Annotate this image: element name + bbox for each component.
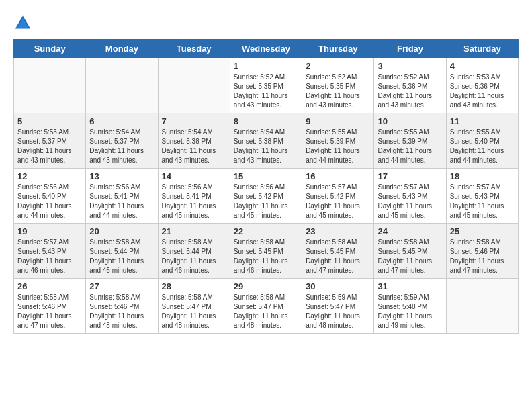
- day-number: 24: [378, 226, 442, 236]
- day-info: Sunrise: 5:59 AM Sunset: 5:47 PM Dayligh…: [306, 293, 370, 330]
- days-header-row: SundayMondayTuesdayWednesdayThursdayFrid…: [14, 40, 519, 58]
- day-info: Sunrise: 5:57 AM Sunset: 5:43 PM Dayligh…: [450, 183, 515, 220]
- day-header-thursday: Thursday: [302, 40, 374, 58]
- day-info: Sunrise: 5:58 AM Sunset: 5:45 PM Dayligh…: [234, 238, 298, 275]
- calendar-cell: 8Sunrise: 5:54 AM Sunset: 5:38 PM Daylig…: [230, 113, 302, 169]
- day-number: 4: [450, 61, 515, 71]
- day-number: 17: [378, 171, 442, 181]
- day-info: Sunrise: 5:52 AM Sunset: 5:36 PM Dayligh…: [378, 73, 442, 110]
- day-header-saturday: Saturday: [446, 40, 518, 58]
- day-number: 27: [89, 281, 154, 291]
- day-number: 25: [450, 226, 515, 236]
- calendar-cell: [86, 58, 158, 113]
- day-info: Sunrise: 5:54 AM Sunset: 5:38 PM Dayligh…: [162, 128, 226, 165]
- day-number: 23: [306, 226, 370, 236]
- calendar-cell: [158, 58, 230, 113]
- day-number: 1: [234, 61, 298, 71]
- day-number: 6: [89, 116, 154, 126]
- calendar-cell: 19Sunrise: 5:57 AM Sunset: 5:43 PM Dayli…: [14, 224, 86, 279]
- day-info: Sunrise: 5:58 AM Sunset: 5:47 PM Dayligh…: [234, 293, 298, 330]
- calendar-cell: 4Sunrise: 5:53 AM Sunset: 5:36 PM Daylig…: [446, 58, 518, 113]
- day-info: Sunrise: 5:57 AM Sunset: 5:42 PM Dayligh…: [306, 183, 370, 220]
- calendar-cell: 16Sunrise: 5:57 AM Sunset: 5:42 PM Dayli…: [302, 169, 374, 224]
- day-info: Sunrise: 5:58 AM Sunset: 5:47 PM Dayligh…: [162, 293, 226, 330]
- day-info: Sunrise: 5:58 AM Sunset: 5:44 PM Dayligh…: [162, 238, 226, 275]
- calendar-cell: 28Sunrise: 5:58 AM Sunset: 5:47 PM Dayli…: [158, 279, 230, 334]
- day-number: 9: [306, 116, 370, 126]
- day-number: 7: [162, 116, 226, 126]
- calendar-cell: 24Sunrise: 5:58 AM Sunset: 5:45 PM Dayli…: [374, 224, 446, 279]
- calendar-cell: 9Sunrise: 5:55 AM Sunset: 5:39 PM Daylig…: [302, 113, 374, 169]
- day-number: 2: [306, 61, 370, 71]
- day-info: Sunrise: 5:56 AM Sunset: 5:41 PM Dayligh…: [89, 183, 154, 220]
- calendar-cell: 30Sunrise: 5:59 AM Sunset: 5:47 PM Dayli…: [302, 279, 374, 334]
- page-header: [13, 13, 519, 32]
- day-number: 14: [162, 171, 226, 181]
- calendar-cell: 2Sunrise: 5:52 AM Sunset: 5:35 PM Daylig…: [302, 58, 374, 113]
- day-number: 30: [306, 281, 370, 291]
- day-info: Sunrise: 5:55 AM Sunset: 5:40 PM Dayligh…: [450, 128, 515, 165]
- week-row-3: 12Sunrise: 5:56 AM Sunset: 5:40 PM Dayli…: [14, 169, 519, 224]
- week-row-2: 5Sunrise: 5:53 AM Sunset: 5:37 PM Daylig…: [14, 113, 519, 169]
- day-number: 26: [17, 281, 82, 291]
- day-info: Sunrise: 5:58 AM Sunset: 5:46 PM Dayligh…: [17, 293, 82, 330]
- calendar-cell: 6Sunrise: 5:54 AM Sunset: 5:37 PM Daylig…: [86, 113, 158, 169]
- calendar-table: SundayMondayTuesdayWednesdayThursdayFrid…: [13, 39, 519, 334]
- day-info: Sunrise: 5:58 AM Sunset: 5:44 PM Dayligh…: [89, 238, 154, 275]
- calendar-cell: 11Sunrise: 5:55 AM Sunset: 5:40 PM Dayli…: [446, 113, 518, 169]
- calendar-cell: 13Sunrise: 5:56 AM Sunset: 5:41 PM Dayli…: [86, 169, 158, 224]
- day-number: 28: [162, 281, 226, 291]
- calendar-cell: 18Sunrise: 5:57 AM Sunset: 5:43 PM Dayli…: [446, 169, 518, 224]
- day-number: 15: [234, 171, 298, 181]
- day-info: Sunrise: 5:52 AM Sunset: 5:35 PM Dayligh…: [234, 73, 298, 110]
- calendar-cell: 21Sunrise: 5:58 AM Sunset: 5:44 PM Dayli…: [158, 224, 230, 279]
- calendar-cell: 7Sunrise: 5:54 AM Sunset: 5:38 PM Daylig…: [158, 113, 230, 169]
- day-info: Sunrise: 5:55 AM Sunset: 5:39 PM Dayligh…: [306, 128, 370, 165]
- day-number: 19: [17, 226, 82, 236]
- day-info: Sunrise: 5:55 AM Sunset: 5:39 PM Dayligh…: [378, 128, 442, 165]
- day-number: 3: [378, 61, 442, 71]
- day-info: Sunrise: 5:57 AM Sunset: 5:43 PM Dayligh…: [378, 183, 442, 220]
- day-header-wednesday: Wednesday: [230, 40, 302, 58]
- day-info: Sunrise: 5:56 AM Sunset: 5:40 PM Dayligh…: [17, 183, 82, 220]
- calendar-cell: 25Sunrise: 5:58 AM Sunset: 5:46 PM Dayli…: [446, 224, 518, 279]
- week-row-1: 1Sunrise: 5:52 AM Sunset: 5:35 PM Daylig…: [14, 58, 519, 113]
- day-info: Sunrise: 5:58 AM Sunset: 5:46 PM Dayligh…: [89, 293, 154, 330]
- day-header-tuesday: Tuesday: [158, 40, 230, 58]
- day-number: 13: [89, 171, 154, 181]
- day-number: 12: [17, 171, 82, 181]
- day-header-friday: Friday: [374, 40, 446, 58]
- calendar-cell: [14, 58, 86, 113]
- day-info: Sunrise: 5:58 AM Sunset: 5:46 PM Dayligh…: [450, 238, 515, 275]
- calendar-cell: 22Sunrise: 5:58 AM Sunset: 5:45 PM Dayli…: [230, 224, 302, 279]
- logo: [13, 13, 35, 32]
- week-row-5: 26Sunrise: 5:58 AM Sunset: 5:46 PM Dayli…: [14, 279, 519, 334]
- calendar-cell: 14Sunrise: 5:56 AM Sunset: 5:41 PM Dayli…: [158, 169, 230, 224]
- calendar-cell: 15Sunrise: 5:56 AM Sunset: 5:42 PM Dayli…: [230, 169, 302, 224]
- day-number: 20: [89, 226, 154, 236]
- day-info: Sunrise: 5:57 AM Sunset: 5:43 PM Dayligh…: [17, 238, 82, 275]
- calendar-body: 1Sunrise: 5:52 AM Sunset: 5:35 PM Daylig…: [14, 58, 519, 334]
- day-header-monday: Monday: [86, 40, 158, 58]
- day-info: Sunrise: 5:56 AM Sunset: 5:42 PM Dayligh…: [234, 183, 298, 220]
- day-info: Sunrise: 5:54 AM Sunset: 5:38 PM Dayligh…: [234, 128, 298, 165]
- day-number: 10: [378, 116, 442, 126]
- day-header-sunday: Sunday: [14, 40, 86, 58]
- day-info: Sunrise: 5:54 AM Sunset: 5:37 PM Dayligh…: [89, 128, 154, 165]
- calendar-cell: 1Sunrise: 5:52 AM Sunset: 5:35 PM Daylig…: [230, 58, 302, 113]
- calendar-cell: 26Sunrise: 5:58 AM Sunset: 5:46 PM Dayli…: [14, 279, 86, 334]
- calendar-cell: 31Sunrise: 5:59 AM Sunset: 5:48 PM Dayli…: [374, 279, 446, 334]
- day-number: 21: [162, 226, 226, 236]
- day-number: 18: [450, 171, 515, 181]
- calendar-cell: 20Sunrise: 5:58 AM Sunset: 5:44 PM Dayli…: [86, 224, 158, 279]
- calendar-cell: 27Sunrise: 5:58 AM Sunset: 5:46 PM Dayli…: [86, 279, 158, 334]
- day-info: Sunrise: 5:53 AM Sunset: 5:37 PM Dayligh…: [17, 128, 82, 165]
- day-info: Sunrise: 5:53 AM Sunset: 5:36 PM Dayligh…: [450, 73, 515, 110]
- calendar-cell: 29Sunrise: 5:58 AM Sunset: 5:47 PM Dayli…: [230, 279, 302, 334]
- day-info: Sunrise: 5:56 AM Sunset: 5:41 PM Dayligh…: [162, 183, 226, 220]
- day-number: 22: [234, 226, 298, 236]
- day-number: 11: [450, 116, 515, 126]
- calendar-cell: 17Sunrise: 5:57 AM Sunset: 5:43 PM Dayli…: [374, 169, 446, 224]
- day-number: 31: [378, 281, 442, 291]
- day-number: 8: [234, 116, 298, 126]
